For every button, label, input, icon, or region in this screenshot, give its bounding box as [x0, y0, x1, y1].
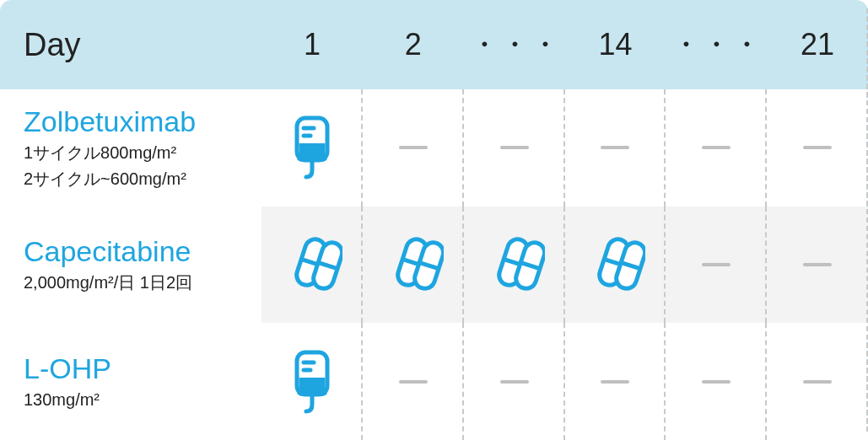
pill-icon: [585, 235, 645, 294]
dose-line: 2サイクル~600mg/m²: [24, 168, 253, 190]
dash-icon: [702, 380, 731, 384]
cell: [565, 89, 666, 207]
header-day-ellipsis-2: ・・・: [666, 0, 767, 89]
iv-bag-icon: [288, 115, 336, 180]
cell: [767, 323, 868, 440]
dash-icon: [399, 380, 428, 384]
dash-icon: [399, 146, 428, 149]
cell: [767, 207, 868, 324]
cell: [565, 323, 666, 440]
pill-icon: [383, 235, 444, 294]
header-day-21: 21: [767, 0, 868, 89]
cell: [261, 323, 363, 440]
drug-name: L-OHP: [24, 352, 253, 385]
pill-icon: [484, 235, 545, 294]
cell: [666, 207, 767, 324]
dash-icon: [500, 380, 529, 384]
row-capecitabine-label: Capecitabine 2,000mg/m²/日 1日2回: [0, 207, 261, 324]
cell: [666, 323, 767, 440]
dash-icon: [803, 146, 832, 149]
drug-name: Capecitabine: [24, 235, 253, 268]
header-day-1: 1: [261, 0, 363, 89]
treatment-schedule-table: Day 1 2 ・・・ 14 ・・・ 21 Zolbetuximab 1サイクル…: [0, 0, 868, 440]
cell: [363, 89, 464, 207]
day-label: Day: [24, 27, 81, 63]
dose-line: 2,000mg/m²/日 1日2回: [24, 271, 253, 294]
cell: [464, 89, 565, 207]
dose-line: 130mg/m²: [24, 389, 253, 411]
dash-icon: [601, 380, 629, 384]
drug-name: Zolbetuximab: [24, 105, 253, 138]
svg-rect-1: [299, 143, 325, 158]
dash-icon: [803, 263, 832, 266]
svg-rect-21: [299, 378, 325, 392]
header-day-2: 2: [363, 0, 464, 89]
dash-icon: [702, 146, 731, 149]
dash-icon: [500, 146, 529, 149]
cell: [767, 89, 868, 207]
cell: [363, 207, 464, 324]
cell: [464, 207, 565, 324]
cell: [363, 323, 464, 440]
iv-bag-icon: [288, 349, 336, 415]
dash-icon: [803, 380, 832, 384]
header-day-14: 14: [565, 0, 666, 89]
cell: [261, 207, 363, 324]
pill-icon: [282, 235, 342, 294]
dash-icon: [601, 146, 629, 149]
row-zolbetuximab-label: Zolbetuximab 1サイクル800mg/m² 2サイクル~600mg/m…: [0, 89, 261, 207]
header-day-ellipsis-1: ・・・: [464, 0, 565, 89]
row-lohp-label: L-OHP 130mg/m²: [0, 323, 261, 440]
cell: [261, 89, 363, 207]
cell: [565, 207, 666, 324]
cell: [464, 323, 565, 440]
dash-icon: [702, 263, 731, 266]
cell: [666, 89, 767, 207]
dose-line: 1サイクル800mg/m²: [24, 142, 253, 164]
header-day-label: Day: [0, 0, 261, 89]
